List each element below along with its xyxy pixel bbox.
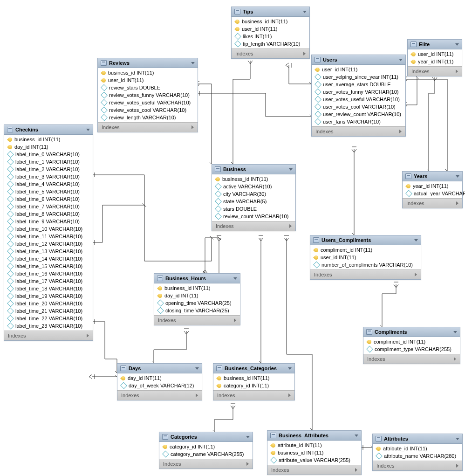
- chevron-down-icon[interactable]: [399, 59, 403, 61]
- column-row[interactable]: attribute_id INT(11): [373, 445, 462, 452]
- chevron-down-icon[interactable]: [86, 129, 90, 131]
- column-row[interactable]: day_id INT(11): [154, 292, 240, 299]
- column-row[interactable]: compliment_type VARCHAR(255): [363, 345, 460, 353]
- indexes-footer[interactable]: Indexes: [267, 465, 361, 475]
- table-header[interactable]: Business: [212, 165, 295, 174]
- table-reviews[interactable]: Reviewsbusiness_id INT(11)user_id INT(11…: [97, 58, 198, 132]
- column-row[interactable]: label_time_11 VARCHAR(10): [4, 233, 93, 240]
- indexes-footer[interactable]: Indexes: [154, 315, 240, 325]
- column-row[interactable]: business_id INT(11): [212, 175, 295, 183]
- chevron-down-icon[interactable]: [303, 11, 307, 13]
- indexes-footer[interactable]: Indexes: [373, 461, 462, 470]
- column-row[interactable]: business_id INT(11): [213, 374, 294, 382]
- column-row[interactable]: label_time_22 VARCHAR(10): [4, 315, 93, 322]
- chevron-down-icon[interactable]: [233, 277, 237, 280]
- indexes-footer[interactable]: Indexes: [159, 459, 253, 469]
- column-row[interactable]: category_id INT(11): [159, 443, 253, 450]
- indexes-footer[interactable]: Indexes: [408, 66, 462, 76]
- table-header[interactable]: Compliments: [363, 327, 460, 337]
- table-header[interactable]: Elite: [408, 40, 462, 49]
- table-years[interactable]: Yearsyear_id INT(11)actual_year VARCHAR(…: [402, 171, 463, 208]
- column-row[interactable]: closing_time VARCHAR(25): [154, 307, 240, 314]
- column-row[interactable]: review_stars DOUBLE: [98, 84, 198, 91]
- column-row[interactable]: user_id INT(11): [232, 25, 309, 33]
- column-row[interactable]: user_votes_funny VARCHAR(10): [312, 88, 405, 96]
- column-row[interactable]: label_time_8 VARCHAR(10): [4, 210, 93, 218]
- table-business_categories[interactable]: Business_Categoriesbusiness_id INT(11)ca…: [213, 363, 295, 400]
- column-row[interactable]: user_fans VARCHAR(10): [312, 118, 405, 125]
- table-header[interactable]: Checkins: [4, 125, 93, 135]
- column-row[interactable]: category_name VARCHAR(255): [159, 450, 253, 458]
- column-row[interactable]: label_time_10 VARCHAR(10): [4, 225, 93, 233]
- table-compliments[interactable]: Complimentscompliment_id INT(11)complime…: [363, 327, 460, 364]
- indexes-footer[interactable]: Indexes: [363, 354, 460, 364]
- table-users[interactable]: Usersuser_id INT(11)user_yelping_since_y…: [311, 55, 406, 137]
- column-row[interactable]: compliment_id INT(11): [363, 338, 460, 345]
- column-row[interactable]: day_of_week VARCHAR(12): [117, 382, 202, 389]
- column-row[interactable]: day_id INT(11): [4, 143, 93, 151]
- table-business_attributes[interactable]: Business_Attributesattribute_id INT(11)b…: [267, 430, 362, 475]
- table-attributes[interactable]: Attributesattribute_id INT(11)attribute_…: [372, 434, 463, 471]
- table-header[interactable]: Business_Categories: [213, 364, 294, 373]
- column-row[interactable]: likes INT(11): [232, 33, 309, 40]
- column-row[interactable]: business_id INT(11): [267, 449, 361, 456]
- table-header[interactable]: Attributes: [373, 434, 462, 444]
- table-business_hours[interactable]: Business_Hoursbusiness_id INT(11)day_id …: [154, 273, 240, 325]
- table-header[interactable]: Categories: [159, 432, 253, 442]
- chevron-down-icon[interactable]: [191, 62, 195, 64]
- column-row[interactable]: city VARCHAR(30): [212, 190, 295, 198]
- column-row[interactable]: label_time_4 VARCHAR(10): [4, 180, 93, 188]
- column-row[interactable]: label_time_9 VARCHAR(10): [4, 218, 93, 225]
- column-row[interactable]: business_id INT(11): [154, 284, 240, 292]
- column-row[interactable]: review_votes_cool VARCHAR(10): [98, 106, 198, 114]
- column-row[interactable]: label_time_20 VARCHAR(10): [4, 300, 93, 307]
- indexes-footer[interactable]: Indexes: [213, 390, 294, 400]
- column-row[interactable]: business_id INT(11): [4, 136, 93, 143]
- column-row[interactable]: label_time_17 VARCHAR(10): [4, 277, 93, 285]
- indexes-footer[interactable]: Indexes: [4, 331, 93, 340]
- table-header[interactable]: Users: [312, 55, 405, 65]
- chevron-down-icon[interactable]: [453, 331, 457, 333]
- column-row[interactable]: year_id INT(11): [403, 182, 462, 190]
- chevron-down-icon[interactable]: [414, 239, 418, 241]
- column-row[interactable]: user_id INT(11): [312, 66, 405, 73]
- table-header[interactable]: Business_Hours: [154, 274, 240, 283]
- column-row[interactable]: user_votes_useful VARCHAR(10): [312, 96, 405, 103]
- column-row[interactable]: label_time_7 VARCHAR(10): [4, 203, 93, 210]
- column-row[interactable]: stars DOUBLE: [212, 205, 295, 213]
- column-row[interactable]: label_time_19 VARCHAR(10): [4, 292, 93, 300]
- indexes-footer[interactable]: Indexes: [98, 122, 198, 132]
- column-row[interactable]: year_id INT(11): [408, 58, 462, 65]
- chevron-down-icon[interactable]: [288, 367, 292, 370]
- indexes-footer[interactable]: Indexes: [403, 198, 462, 208]
- table-header[interactable]: Users_Compliments: [310, 235, 421, 245]
- column-row[interactable]: label_time_0 VARCHAR(10): [4, 151, 93, 158]
- column-row[interactable]: number_of_compliments VARCHAR(10): [310, 261, 421, 269]
- indexes-footer[interactable]: Indexes: [117, 390, 202, 400]
- column-row[interactable]: label_time_1 VARCHAR(10): [4, 158, 93, 166]
- table-header[interactable]: Days: [117, 364, 202, 373]
- column-row[interactable]: label_time_15 VARCHAR(10): [4, 262, 93, 270]
- column-row[interactable]: user_id INT(11): [408, 50, 462, 58]
- column-row[interactable]: attribute_value VARCHAR(255): [267, 456, 361, 464]
- column-row[interactable]: label_time_2 VARCHAR(10): [4, 166, 93, 173]
- column-row[interactable]: review_count VARCHAR(10): [212, 213, 295, 220]
- indexes-footer[interactable]: Indexes: [232, 48, 309, 58]
- chevron-down-icon[interactable]: [455, 43, 459, 46]
- column-row[interactable]: attribute_id INT(11): [267, 442, 361, 449]
- column-row[interactable]: user_votes_cool VARCHAR(10): [312, 103, 405, 110]
- table-tips[interactable]: Tipsbusiness_id INT(11)user_id INT(11)li…: [231, 7, 310, 59]
- column-row[interactable]: review_length VARCHAR(10): [98, 114, 198, 121]
- table-elite[interactable]: Eliteuser_id INT(11)year_id INT(11)Index…: [407, 39, 462, 76]
- column-row[interactable]: review_votes_funny VARCHAR(10): [98, 91, 198, 99]
- column-row[interactable]: label_time_13 VARCHAR(10): [4, 248, 93, 255]
- chevron-down-icon[interactable]: [355, 435, 358, 437]
- column-row[interactable]: user_yelping_since_year INT(11): [312, 73, 405, 81]
- table-checkins[interactable]: Checkinsbusiness_id INT(11)day_id INT(11…: [4, 124, 93, 341]
- indexes-footer[interactable]: Indexes: [312, 126, 405, 136]
- chevron-down-icon[interactable]: [246, 436, 250, 438]
- column-row[interactable]: state VARCHAR(5): [212, 198, 295, 205]
- table-business[interactable]: Businessbusiness_id INT(11)active VARCHA…: [212, 164, 296, 231]
- column-row[interactable]: label_time_18 VARCHAR(10): [4, 285, 93, 292]
- column-row[interactable]: business_id INT(11): [98, 69, 198, 76]
